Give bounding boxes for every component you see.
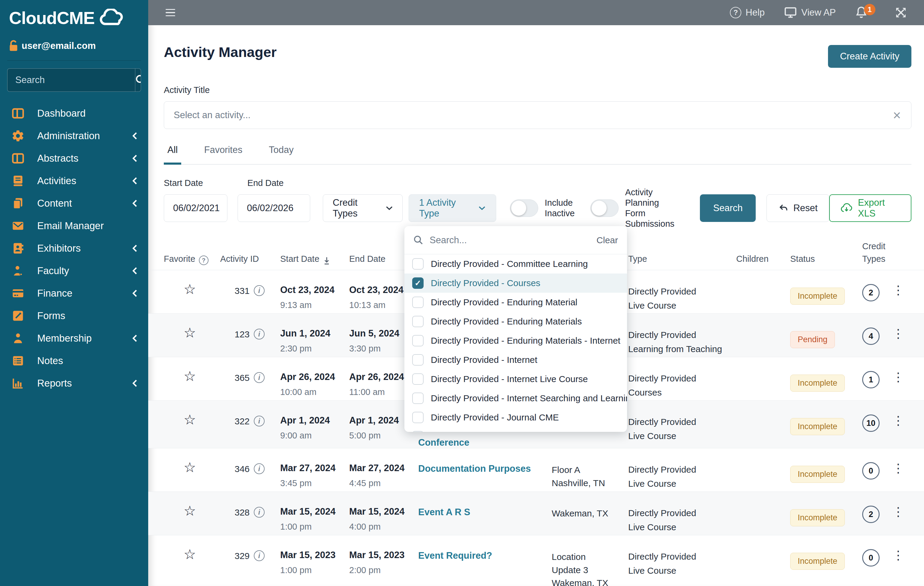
col-header-start-date[interactable]: Start Date — [280, 252, 349, 265]
checkbox-icon[interactable] — [412, 258, 424, 270]
chevron-left-icon — [131, 199, 138, 208]
kebab-menu-icon[interactable]: ⋮ — [892, 548, 904, 562]
dropdown-option[interactable]: Directly Provided - Internet Searching a… — [404, 388, 627, 408]
activity-type: Directly Provided Live Course — [628, 492, 736, 535]
dropdown-option[interactable]: Directly Provided - Enduring Material — [404, 293, 627, 312]
children-cell — [736, 448, 790, 492]
notifications-button[interactable]: 1 — [855, 6, 868, 20]
view-ap-button[interactable]: View AP — [784, 7, 836, 18]
checkbox-checked-icon[interactable]: ✓ — [412, 277, 424, 289]
reset-button[interactable]: Reset — [767, 194, 829, 222]
dropdown-search-input[interactable] — [430, 235, 596, 245]
activity-select[interactable]: × — [164, 101, 911, 129]
unlock-icon — [8, 40, 18, 52]
favorite-star-icon[interactable]: ☆ — [183, 281, 196, 297]
kebab-menu-icon[interactable]: ⋮ — [892, 461, 904, 475]
activity-name-link[interactable]: Event Required? — [418, 535, 552, 586]
sidebar-search-button[interactable] — [135, 69, 141, 92]
end-date-input[interactable] — [238, 194, 310, 222]
help-icon[interactable]: ? — [199, 255, 208, 265]
favorite-star-icon[interactable]: ☆ — [183, 325, 196, 341]
credit-card-icon — [12, 287, 28, 300]
kebab-menu-icon[interactable]: ⋮ — [892, 505, 904, 518]
favorite-star-icon[interactable]: ☆ — [183, 546, 196, 562]
info-icon[interactable]: i — [254, 329, 265, 339]
tab-all[interactable]: All — [164, 140, 181, 165]
sidebar-item-reports[interactable]: Reports — [0, 372, 148, 394]
activity-name-link[interactable]: Documentation Purposes — [418, 448, 552, 492]
sidebar-item-abstracts[interactable]: Abstracts — [0, 147, 148, 170]
info-icon[interactable]: i — [254, 463, 265, 474]
start-date-input[interactable] — [164, 194, 228, 222]
create-activity-button[interactable]: Create Activity — [828, 45, 911, 68]
sidebar-item-administration[interactable]: Administration — [0, 125, 148, 147]
hamburger-menu-icon[interactable] — [166, 9, 175, 16]
sidebar-item-activities[interactable]: Activities — [0, 170, 148, 192]
kebab-menu-icon[interactable]: ⋮ — [892, 283, 904, 296]
sidebar-item-finance[interactable]: Finance — [0, 282, 148, 305]
dropdown-option[interactable]: Directly Provided - Journal CME — [404, 408, 627, 427]
kebab-menu-icon[interactable]: ⋮ — [892, 414, 904, 427]
info-icon[interactable]: i — [254, 416, 265, 426]
sidebar-item-membership[interactable]: Membership — [0, 327, 148, 349]
checkbox-icon[interactable] — [412, 354, 424, 365]
info-icon[interactable]: i — [254, 372, 265, 383]
info-icon[interactable]: i — [254, 507, 265, 518]
dropdown-option[interactable]: Directly Provided - Enduring Materials — [404, 312, 627, 331]
favorite-star-icon[interactable]: ☆ — [183, 503, 196, 519]
info-icon[interactable]: i — [254, 285, 265, 296]
col-header-activity-id[interactable]: Activity ID — [220, 252, 280, 265]
info-icon[interactable]: i — [254, 550, 265, 561]
dropdown-option[interactable]: Directly Provided - Committee Learning — [404, 254, 627, 273]
checkbox-icon[interactable] — [412, 335, 424, 346]
sidebar-item-dashboard[interactable]: Dashboard — [0, 102, 148, 125]
include-inactive-toggle[interactable] — [510, 199, 538, 217]
col-header-children[interactable]: Children — [736, 252, 790, 265]
dropdown-option[interactable]: Directly Provided - Journal CME/CE — [404, 427, 627, 432]
checkbox-icon[interactable] — [412, 316, 424, 327]
checkbox-icon[interactable] — [412, 296, 424, 308]
activity-name-link[interactable]: Event A R S — [418, 492, 552, 535]
table-row: ☆ 329i Mar 15, 20231:00 pm Mar 15, 20232… — [148, 535, 924, 586]
kebab-menu-icon[interactable]: ⋮ — [892, 327, 904, 340]
activity-select-input[interactable] — [164, 110, 883, 120]
dropdown-clear-button[interactable]: Clear — [596, 235, 618, 245]
sidebar-item-content[interactable]: Content — [0, 192, 148, 214]
gear-icon — [12, 129, 28, 142]
checkbox-icon[interactable] — [412, 393, 424, 404]
sidebar-item-forms[interactable]: Forms — [0, 305, 148, 327]
col-header-type[interactable]: Type — [628, 252, 736, 265]
sidebar-search-input[interactable] — [8, 69, 135, 92]
tab-today[interactable]: Today — [265, 140, 297, 164]
activity-type-dropdown[interactable]: 1 Activity Type — [409, 194, 496, 222]
kebab-menu-icon[interactable]: ⋮ — [892, 370, 904, 384]
checkbox-icon[interactable] — [412, 431, 424, 432]
dropdown-option[interactable]: Directly Provided - Enduring Materials -… — [404, 331, 627, 350]
export-xls-button[interactable]: Export XLS — [829, 194, 911, 222]
tab-favorites[interactable]: Favorites — [200, 140, 246, 164]
col-header-status[interactable]: Status — [790, 252, 862, 265]
favorite-star-icon[interactable]: ☆ — [183, 459, 196, 475]
close-icon[interactable]: × — [883, 108, 911, 122]
col-header-credit-types[interactable]: Credit Types — [862, 240, 892, 265]
activity-type: Directly Provided Live Course — [628, 401, 736, 448]
undo-icon — [778, 203, 789, 213]
dropdown-option[interactable]: Directly Provided - Internet — [404, 350, 627, 369]
book-icon — [12, 174, 28, 188]
pencil-square-icon — [12, 309, 28, 323]
favorite-star-icon[interactable]: ☆ — [183, 412, 196, 427]
sidebar-item-email-manager[interactable]: Email Manager — [0, 214, 148, 237]
dropdown-option[interactable]: Directly Provided - Internet Live Course — [404, 369, 627, 388]
fullscreen-button[interactable] — [894, 6, 907, 19]
sidebar-item-exhibitors[interactable]: Exhibitors — [0, 237, 148, 259]
checkbox-icon[interactable] — [412, 412, 424, 423]
help-button[interactable]: ? Help — [730, 7, 765, 18]
sidebar-item-notes[interactable]: Notes — [0, 349, 148, 372]
credit-types-dropdown[interactable]: Credit Types — [323, 194, 403, 222]
dropdown-option-selected[interactable]: ✓ Directly Provided - Courses — [404, 273, 627, 293]
apf-submissions-toggle[interactable] — [591, 199, 619, 217]
sidebar-item-faculty[interactable]: Faculty — [0, 259, 148, 282]
favorite-star-icon[interactable]: ☆ — [183, 368, 196, 384]
search-button[interactable]: Search — [700, 194, 756, 222]
checkbox-icon[interactable] — [412, 374, 424, 385]
